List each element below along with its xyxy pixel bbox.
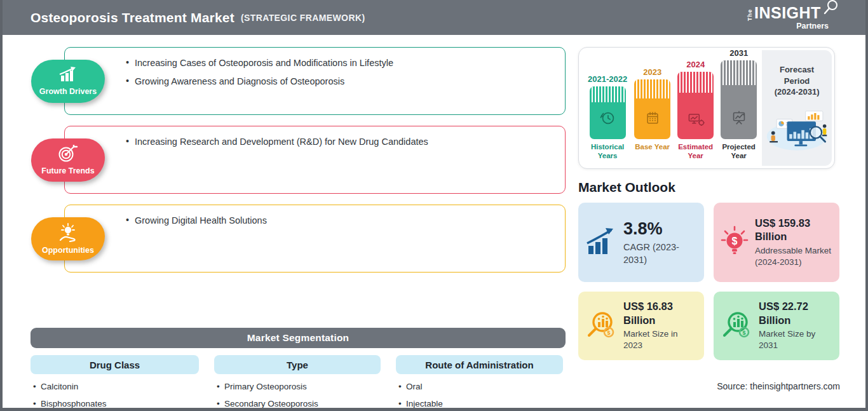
svg-text:$: $ <box>742 330 745 336</box>
bar-caption: Projected Year <box>721 143 757 161</box>
bullet-item: Increasing Research and Development (R&D… <box>126 137 552 147</box>
history-clock-icon <box>598 109 617 130</box>
future-trends-bullets: Increasing Research and Development (R&D… <box>126 137 552 147</box>
segment-header: Drug Class <box>31 355 199 374</box>
bar-projected <box>721 60 757 139</box>
bar-caption: Base Year <box>635 143 670 161</box>
segment-item: Injectable <box>398 398 563 410</box>
growth-drivers-bullets: Increasing Cases of Osteoporosis and Mod… <box>126 58 552 86</box>
framework-section: Growth Drivers Increasing Cases of Osteo… <box>31 44 566 273</box>
logo-partners-text: Partners <box>747 22 830 30</box>
bulb-dollar-icon: $ <box>720 225 749 260</box>
segment-item: Secondary Osteoporosis <box>217 398 381 410</box>
segment-column-type: Type Primary Osteoporosis Secondary Oste… <box>214 355 381 411</box>
future-trends-label: Future Trends <box>41 166 94 175</box>
timeline-bar-projected: 2031 Projected Year <box>721 48 757 161</box>
target-dart-icon <box>57 145 79 165</box>
segment-items: Primary Osteoporosis Secondary Osteoporo… <box>214 381 381 410</box>
future-trends-badge: Future Trends <box>31 138 105 182</box>
growth-drivers-label: Growth Drivers <box>39 87 97 96</box>
timeline-bar-historical: 2021-2022 Historical Years <box>588 74 627 161</box>
page-subtitle: (STRATEGIC FRAMEWORK) <box>241 13 365 23</box>
timeline-panel: 2021-2022 Historical Years 2023 <box>578 47 835 169</box>
logo-insight-text: INSIGHT <box>754 5 821 21</box>
calendar-icon <box>644 110 661 130</box>
market-size-2031-card: $ US$ 22.72 Billion Market Size by 2031 <box>714 292 839 360</box>
header-bar: Osteoporosis Treatment Market (STRATEGIC… <box>0 0 868 35</box>
svg-text:$: $ <box>607 330 610 336</box>
cagr-value: 3.8% <box>623 218 696 240</box>
estimate-chart-gear-icon <box>686 110 705 130</box>
opportunities-bullets: Growing Digital Health Solutions <box>126 215 552 226</box>
bar-year-label: 2023 <box>643 67 661 77</box>
segment-header: Type <box>214 355 381 374</box>
timeline-bars: 2021-2022 Historical Years 2023 <box>581 50 761 166</box>
bulb-hand-icon <box>57 223 79 245</box>
magnifier-chart-green-icon: $ <box>720 309 753 342</box>
logo-the-text: The <box>747 9 753 21</box>
segment-item: Bisphosphonates <box>33 398 199 410</box>
market-size-2023-desc: Market Size in 2023 <box>623 328 696 351</box>
infographic-page: Osteoporosis Treatment Market (STRATEGIC… <box>0 0 868 411</box>
market-size-2031-value: US$ 22.72 Billion <box>759 300 832 327</box>
bar-estimated <box>677 72 714 139</box>
addressable-market-value: US$ 159.83 Billion <box>755 217 832 244</box>
segment-item: Oral <box>398 381 563 393</box>
bar-year-label: 2024 <box>686 60 705 69</box>
bar-year-label: 2031 <box>729 48 748 58</box>
market-size-2023-value: US$ 16.83 Billion <box>623 300 696 327</box>
forecast-period-box: Forecast Period (2024-2031) <box>762 50 832 166</box>
market-outlook-title: Market Outlook <box>578 180 840 195</box>
market-size-2031-desc: Market Size by 2031 <box>759 328 832 351</box>
bullet-item: Growing Awareness and Diagnosis of Osteo… <box>126 76 552 86</box>
cagr-desc: CAGR (2023-2031) <box>623 241 696 266</box>
opportunities-badge: Opportunities <box>31 217 105 260</box>
segment-items: Oral Injectable <box>396 381 563 410</box>
forecast-line-3: (2024-2031) <box>775 86 820 98</box>
analytics-illustration <box>765 105 829 155</box>
magnifier-chart-orange-icon: $ <box>585 309 618 342</box>
future-trends-box: Future Trends Increasing Research and De… <box>64 126 566 194</box>
segment-header: Route of Administration <box>396 355 563 374</box>
bar-caption: Estimated Year <box>677 143 714 161</box>
page-title: Osteoporosis Treatment Market <box>31 10 234 25</box>
timeline-bar-base: 2023 Base Year <box>634 67 670 161</box>
projection-board-icon <box>729 109 749 130</box>
segment-items: Calcitonin Bisphosphonates Selective Est… <box>31 381 199 411</box>
growth-drivers-badge: Growth Drivers <box>31 60 105 103</box>
addressable-market-desc: Addressable Market (2024-2031) <box>755 245 832 268</box>
cagr-growth-icon <box>585 227 618 259</box>
segment-item: Calcitonin <box>33 381 199 393</box>
bar-year-label: 2021-2022 <box>588 74 627 84</box>
growth-drivers-box: Growth Drivers Increasing Cases of Osteo… <box>64 47 566 115</box>
segmentation-title-bar: Market Segmentation <box>31 328 566 348</box>
logo-magnifier-icon <box>822 0 839 18</box>
market-size-2023-card: $ US$ 16.83 Billion Market Size in 2023 <box>578 292 704 360</box>
bullet-item: Increasing Cases of Osteoporosis and Mod… <box>126 58 552 68</box>
segment-item: Primary Osteoporosis <box>217 381 381 393</box>
bullet-item: Growing Digital Health Solutions <box>126 215 552 226</box>
segment-column-drug-class: Drug Class Calcitonin Bisphosphonates Se… <box>31 355 199 411</box>
bar-caption: Historical Years <box>588 143 627 161</box>
growth-chart-icon <box>57 66 79 86</box>
outlook-cards: 3.8% CAGR (2023-2031) $ US$ 159.83 Billi… <box>578 203 840 360</box>
forecast-line-2: Period <box>784 76 810 87</box>
source-attribution: Source: theinsightpartners.com <box>578 381 840 391</box>
opportunities-label: Opportunities <box>42 246 94 255</box>
timeline-bar-estimated: 2024 Estimated Year <box>677 60 714 161</box>
segmentation-section: Market Segmentation Drug Class Calcitoni… <box>31 328 566 411</box>
addressable-market-card: $ US$ 159.83 Billion Addressable Market … <box>714 203 839 282</box>
insight-partners-logo: The INSIGHT Partners <box>747 5 830 30</box>
svg-text:$: $ <box>732 236 738 246</box>
right-column: 2021-2022 Historical Years 2023 <box>578 47 840 391</box>
segment-column-route: Route of Administration Oral Injectable <box>396 355 563 411</box>
bar-historical <box>590 86 626 139</box>
opportunities-box: Opportunities Growing Digital Health Sol… <box>64 205 566 273</box>
forecast-line-1: Forecast <box>780 64 814 76</box>
bar-base <box>634 79 670 139</box>
cagr-card: 3.8% CAGR (2023-2031) <box>578 203 704 282</box>
